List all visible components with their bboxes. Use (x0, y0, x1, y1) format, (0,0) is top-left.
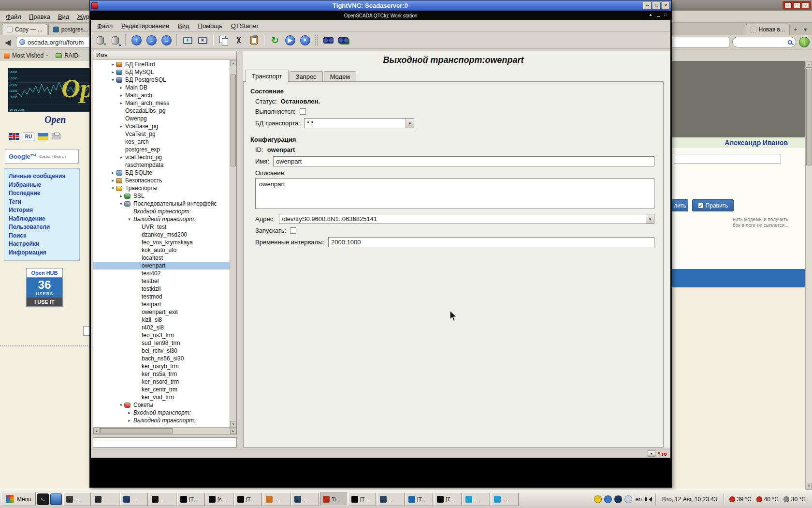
tree-item[interactable]: testpart (93, 300, 230, 308)
clock[interactable]: Вто, 12 Авг, 10:23:43 (659, 496, 720, 503)
forum-nav-link[interactable]: Наблюдение (9, 215, 75, 224)
load-from-db-button[interactable] (93, 33, 107, 47)
tree-item[interactable]: ▾Выходной транспорт: (93, 215, 230, 223)
expand-arrow-icon[interactable]: ▸ (118, 194, 124, 198)
keyboard-layout-indicator[interactable]: en (636, 496, 642, 503)
tree-vertical-scrollbar[interactable]: ▴ ▾ (230, 60, 236, 427)
window-close-icon[interactable]: × (802, 2, 809, 8)
add-item-button[interactable]: + (181, 33, 194, 47)
tree-item[interactable]: ▾Последовательный интерфейс (93, 200, 230, 208)
app-window-minimize-icon[interactable]: ▁ (657, 13, 660, 17)
find-next-button[interactable] (336, 33, 350, 47)
vnc-titlebar[interactable]: TightVNC: Scadaserver:0 ─□× (90, 0, 671, 11)
scroll-right-icon[interactable]: ▸ (230, 428, 236, 434)
delete-button-fragment[interactable]: лить (672, 199, 688, 211)
taskbar-task[interactable]: ... (463, 493, 490, 506)
panel-splitter[interactable] (237, 51, 243, 448)
refresh-button[interactable]: ↻ (268, 33, 282, 47)
find-button[interactable] (321, 33, 335, 47)
forum-input-fragment[interactable] (674, 154, 781, 164)
tree-item[interactable]: bach_ns56_si30 (93, 355, 230, 362)
tree-item[interactable]: Owenpg (93, 115, 230, 122)
panel-tab-1[interactable]: Запрос (290, 71, 323, 81)
tree-item[interactable]: ▸Входной транспорт: (93, 409, 230, 417)
taskbar-task[interactable]: [Т... (434, 493, 462, 506)
terminal-launcher-icon[interactable]: >_ (37, 493, 49, 505)
desktop-launcher-icon[interactable] (50, 493, 62, 505)
forum-nav-link[interactable]: Пользователи (9, 223, 75, 232)
app-menu-item[interactable]: Файл (93, 21, 117, 31)
ff-menu-item[interactable]: Файл (2, 12, 25, 21)
tree-item[interactable]: ker_vod_trm (93, 393, 230, 401)
chevron-down-icon[interactable] (406, 119, 414, 128)
ff-menu-item[interactable]: Вид (54, 12, 73, 21)
app-window-up-icon[interactable]: ▲ (649, 13, 652, 17)
statusbar-combo[interactable] (648, 450, 655, 457)
up-level-button[interactable]: ↑ (130, 33, 143, 47)
tree-item[interactable]: testkizil (93, 285, 230, 293)
download-button[interactable] (799, 37, 810, 47)
forward-button[interactable]: → (160, 33, 173, 47)
tree-item[interactable]: owenpart (93, 262, 230, 269)
menu-button[interactable]: Menu (1, 492, 36, 506)
tray-display-icon[interactable] (624, 495, 632, 503)
page-input-fragment[interactable] (83, 326, 90, 336)
tree-item[interactable]: testmod (93, 293, 230, 300)
tree-item[interactable]: ▸Выходной транспорт: (93, 417, 230, 424)
tree-item[interactable]: ▸Main_arch (93, 91, 230, 99)
tree-item[interactable]: postgres_exp (93, 146, 230, 153)
collapse-arrow-icon[interactable]: ▾ (110, 186, 116, 191)
forum-nav-link[interactable]: История (9, 206, 75, 215)
taskbar-task[interactable]: ... (120, 493, 148, 506)
scrollbar-thumb[interactable] (231, 75, 236, 166)
start-checkbox[interactable] (290, 227, 296, 234)
tree-item[interactable]: sud_len98_trm (93, 339, 230, 347)
tree-item[interactable]: owenpart_exit (93, 308, 230, 316)
tree-filter-input[interactable] (93, 437, 237, 448)
tree-item[interactable]: ▸Безопасность (93, 177, 230, 184)
cut-item-button[interactable] (232, 33, 246, 47)
bookmark-item[interactable]: Most Visited▾ (4, 52, 48, 59)
tree-item[interactable]: kok_auto_ufo (93, 246, 230, 254)
save-to-db-button[interactable] (108, 33, 122, 47)
panel-tab-0[interactable]: Транспорт (246, 70, 289, 82)
app-window-maximize-icon[interactable]: □ (664, 13, 667, 17)
taskbar-task[interactable]: ... (263, 493, 290, 506)
tree-item[interactable]: testbel (93, 277, 230, 285)
tree-item[interactable]: test402 (93, 269, 230, 277)
volume-icon[interactable] (645, 497, 652, 502)
bookmark-item[interactable]: RAID- (56, 52, 80, 59)
browser-tab[interactable]: Copy — ... (2, 24, 47, 35)
tree-item[interactable]: ▸БД SQLite (93, 169, 230, 177)
scroll-down-icon[interactable]: ▾ (806, 483, 812, 490)
expand-arrow-icon[interactable]: ▸ (118, 101, 124, 105)
copy-item-button[interactable] (217, 33, 231, 47)
uk-flag-icon[interactable] (9, 133, 19, 140)
scroll-up-icon[interactable]: ▴ (806, 61, 812, 68)
tree-item[interactable]: dzankoy_msd200 (93, 231, 230, 239)
taskbar-task[interactable]: [Т... (234, 493, 262, 506)
tray-clock-icon[interactable] (594, 495, 602, 503)
tree-item[interactable]: bel_rchv_si30 (93, 347, 230, 355)
description-textarea[interactable]: owenpart (255, 178, 654, 209)
new-tab-button[interactable]: + (791, 24, 800, 35)
ff-menu-item[interactable]: Правка (25, 12, 54, 21)
expand-arrow-icon[interactable]: ▸ (126, 410, 132, 415)
expand-arrow-icon[interactable]: ▸ (110, 170, 116, 175)
back-button[interactable]: ← (145, 33, 158, 47)
forum-nav-link[interactable]: Последние (9, 189, 75, 198)
tree-item[interactable]: r402_si8 (93, 324, 230, 331)
taskbar-task[interactable]: ... (377, 493, 405, 506)
tree-item[interactable]: VcaTest_pg (93, 130, 230, 138)
start-periodic-button[interactable]: ▶ (283, 33, 297, 47)
app-titlebar[interactable]: OpenSCADA QTCfg: Work station ▲▁□ (91, 12, 670, 20)
collapse-arrow-icon[interactable]: ▾ (118, 403, 124, 407)
tree-item[interactable]: ▾Сокеты (93, 401, 230, 409)
running-checkbox[interactable] (300, 108, 306, 115)
lang-ru-button[interactable]: RU (23, 133, 34, 140)
tree-item[interactable]: feo_vos_krymskaya (93, 239, 230, 246)
window-minimize-icon[interactable]: ─ (784, 2, 792, 8)
tree-item[interactable]: raschtempdata (93, 161, 230, 169)
forum-nav-link[interactable]: Поиск (9, 232, 75, 240)
toolbar-grip[interactable] (315, 35, 318, 45)
